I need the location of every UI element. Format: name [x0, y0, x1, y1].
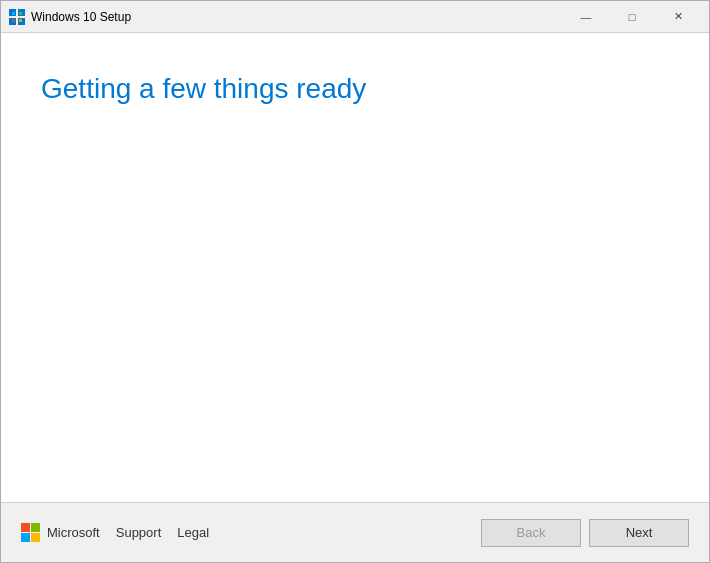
minimize-icon: —	[581, 11, 592, 23]
logo-red-square	[21, 523, 30, 532]
svg-rect-5	[19, 12, 22, 15]
close-button[interactable]: ✕	[655, 1, 701, 33]
legal-link[interactable]: Legal	[177, 525, 209, 540]
footer-left: Microsoft Support Legal	[21, 523, 481, 543]
svg-rect-4	[12, 12, 15, 15]
svg-rect-7	[19, 19, 22, 22]
content-area: Getting a few things ready	[1, 33, 709, 502]
logo-yellow-square	[31, 533, 40, 542]
svg-rect-6	[12, 19, 15, 22]
minimize-button[interactable]: —	[563, 1, 609, 33]
setup-window: Windows 10 Setup — □ ✕ Getting a few thi…	[0, 0, 710, 563]
window-title: Windows 10 Setup	[31, 10, 563, 24]
next-button[interactable]: Next	[589, 519, 689, 547]
window-controls: — □ ✕	[563, 1, 701, 33]
back-button[interactable]: Back	[481, 519, 581, 547]
content-spacer	[41, 125, 669, 482]
window-icon	[9, 9, 25, 25]
restore-button[interactable]: □	[609, 1, 655, 33]
close-icon: ✕	[674, 10, 683, 23]
main-heading: Getting a few things ready	[41, 73, 669, 105]
footer-right: Back Next	[481, 519, 689, 547]
next-label: Next	[626, 525, 653, 540]
title-bar: Windows 10 Setup — □ ✕	[1, 1, 709, 33]
support-link[interactable]: Support	[116, 525, 162, 540]
logo-green-square	[31, 523, 40, 532]
microsoft-brand: Microsoft	[21, 523, 100, 543]
brand-name: Microsoft	[47, 525, 100, 540]
footer: Microsoft Support Legal Back Next	[1, 502, 709, 562]
logo-blue-square	[21, 533, 30, 542]
microsoft-logo	[21, 523, 41, 543]
back-label: Back	[517, 525, 546, 540]
restore-icon: □	[629, 11, 636, 23]
